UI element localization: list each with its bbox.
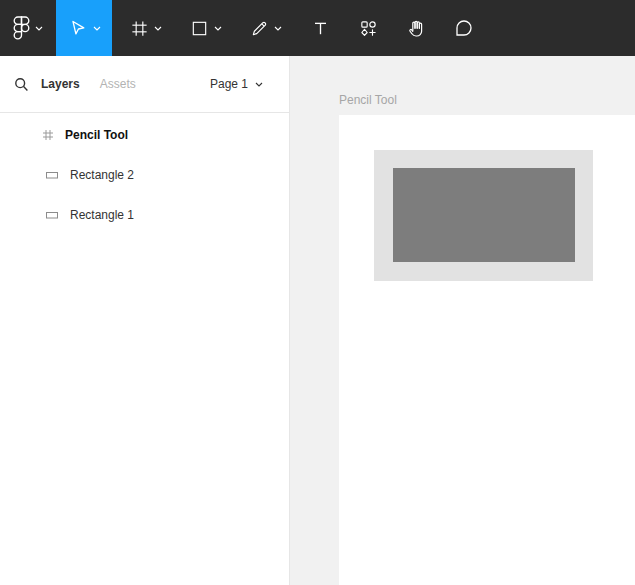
hand-tool-button[interactable] bbox=[392, 0, 440, 56]
chevron-down-icon bbox=[35, 26, 43, 31]
layer-name: Rectangle 2 bbox=[70, 168, 134, 182]
rectangle-icon bbox=[190, 19, 209, 38]
main-menu-button[interactable] bbox=[0, 0, 56, 56]
frame-pencil-tool[interactable] bbox=[339, 115, 635, 585]
canvas[interactable]: Pencil Tool bbox=[290, 56, 635, 585]
shape-tool-button[interactable] bbox=[176, 0, 236, 56]
layer-row-pencil-tool[interactable]: Pencil Tool bbox=[0, 115, 289, 155]
pencil-icon bbox=[250, 19, 269, 38]
page-selector-label: Page 1 bbox=[210, 77, 248, 91]
pen-tool-button[interactable] bbox=[236, 0, 296, 56]
search-button[interactable] bbox=[14, 77, 29, 92]
layers-panel: Layers Assets Page 1 Pencil Tool bbox=[0, 56, 290, 585]
move-tool-button[interactable] bbox=[56, 0, 112, 56]
hand-icon bbox=[406, 18, 426, 38]
comment-bubble-icon bbox=[454, 18, 474, 38]
canvas-rectangle-2[interactable] bbox=[374, 150, 593, 281]
canvas-rectangle-1[interactable] bbox=[393, 168, 575, 262]
figma-app: Layers Assets Page 1 Pencil Tool bbox=[0, 0, 635, 585]
panel-header: Layers Assets Page 1 bbox=[0, 56, 289, 113]
chevron-down-icon bbox=[154, 26, 162, 31]
layer-name: Rectangle 1 bbox=[70, 208, 134, 222]
toolbar bbox=[0, 0, 635, 56]
main-area: Layers Assets Page 1 Pencil Tool bbox=[0, 56, 635, 585]
layer-row-rectangle-2[interactable]: Rectangle 2 bbox=[0, 155, 289, 195]
chevron-down-icon bbox=[274, 26, 282, 31]
cursor-icon bbox=[68, 18, 88, 38]
tab-assets[interactable]: Assets bbox=[100, 77, 136, 91]
resources-icon bbox=[359, 19, 378, 38]
text-tool-button[interactable] bbox=[296, 0, 344, 56]
frame-grid-icon bbox=[130, 19, 149, 38]
page-selector[interactable]: Page 1 bbox=[210, 77, 263, 91]
resources-tool-button[interactable] bbox=[344, 0, 392, 56]
rectangle-layer-icon bbox=[45, 169, 59, 181]
frame-title-label[interactable]: Pencil Tool bbox=[339, 93, 397, 107]
chevron-down-icon bbox=[214, 26, 222, 31]
chevron-down-icon bbox=[255, 82, 263, 87]
comment-tool-button[interactable] bbox=[440, 0, 488, 56]
search-icon bbox=[14, 77, 29, 92]
tab-layers[interactable]: Layers bbox=[41, 77, 80, 91]
figma-logo-icon bbox=[13, 16, 30, 41]
rectangle-layer-icon bbox=[45, 209, 59, 221]
layer-name: Pencil Tool bbox=[65, 128, 128, 142]
layers-list: Pencil Tool Rectangle 2 bbox=[0, 113, 289, 235]
layer-row-rectangle-1[interactable]: Rectangle 1 bbox=[0, 195, 289, 235]
chevron-down-icon bbox=[93, 26, 101, 31]
text-icon bbox=[311, 19, 330, 38]
frame-icon bbox=[42, 129, 54, 141]
frame-tool-button[interactable] bbox=[116, 0, 176, 56]
